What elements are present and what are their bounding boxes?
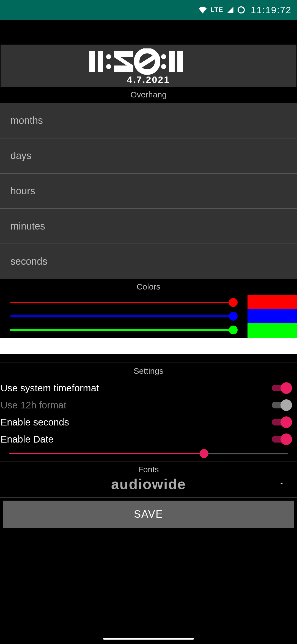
wifi-icon — [198, 6, 207, 13]
overhang-label: Overhang — [0, 87, 297, 103]
status-bar: LTE 11:19:72 — [0, 0, 297, 20]
color-slider-red[interactable] — [10, 299, 238, 306]
settings-list: Use system timeformat Use 12h format Ena… — [0, 380, 297, 462]
fonts-label: Fonts — [0, 462, 297, 475]
swatch-blue — [248, 309, 297, 323]
font-selector[interactable]: audiowide — [0, 475, 297, 497]
svg-point-7 — [161, 54, 166, 59]
svg-point-8 — [161, 64, 166, 69]
clock-time — [1, 48, 296, 76]
overhang-item-hours[interactable]: hours — [0, 174, 297, 209]
toggle-enable-date[interactable] — [272, 433, 292, 445]
clock-preview: 4.7.2021 — [1, 45, 296, 87]
svg-rect-1 — [89, 51, 95, 72]
setting-enable-seconds[interactable]: Enable seconds — [0, 414, 297, 431]
svg-rect-6 — [139, 55, 156, 68]
circle-icon — [237, 6, 245, 14]
svg-point-0 — [238, 7, 244, 13]
setting-system-timeformat[interactable]: Use system timeformat — [0, 380, 297, 397]
settings-label: Settings — [0, 362, 297, 380]
overhang-item-minutes[interactable]: minutes — [0, 209, 297, 244]
svg-rect-2 — [98, 51, 103, 72]
signal-icon — [227, 6, 234, 13]
network-type-label: LTE — [210, 6, 223, 14]
svg-rect-9 — [169, 51, 175, 72]
color-swatches — [248, 295, 297, 338]
swatch-red — [248, 295, 297, 309]
top-gap — [0, 20, 297, 45]
colors-label: Colors — [0, 279, 297, 295]
setting-label: Enable Date — [1, 434, 54, 445]
chevron-down-icon — [278, 480, 285, 488]
overhang-item-seconds[interactable]: seconds — [0, 244, 297, 279]
setting-label: Use 12h format — [1, 400, 66, 411]
color-result — [0, 338, 297, 354]
setting-enable-date[interactable]: Enable Date — [0, 431, 297, 448]
nav-handle[interactable] — [103, 638, 194, 640]
color-slider-blue[interactable] — [10, 312, 238, 320]
svg-rect-10 — [177, 51, 183, 72]
clock-date: 4.7.2021 — [1, 74, 296, 85]
toggle-system-timeformat[interactable] — [272, 382, 292, 394]
colors-block — [0, 295, 297, 354]
font-selected: audiowide — [111, 476, 186, 492]
color-slider-green[interactable] — [10, 326, 238, 334]
toggle-12h-format — [272, 399, 292, 411]
swatch-green — [248, 323, 297, 338]
setting-label: Enable seconds — [1, 417, 69, 428]
setting-label: Use system timeformat — [1, 383, 99, 394]
settings-slider[interactable] — [9, 449, 288, 458]
svg-point-3 — [106, 54, 111, 59]
overhang-item-months[interactable]: months — [0, 103, 297, 138]
toggle-enable-seconds[interactable] — [272, 416, 292, 428]
overhang-list: months days hours minutes seconds — [0, 103, 297, 279]
overhang-item-days[interactable]: days — [0, 138, 297, 174]
save-button[interactable]: SAVE — [3, 501, 294, 528]
setting-12h-format: Use 12h format — [0, 397, 297, 414]
svg-point-4 — [106, 64, 111, 69]
status-time: 11:19:72 — [251, 5, 292, 15]
